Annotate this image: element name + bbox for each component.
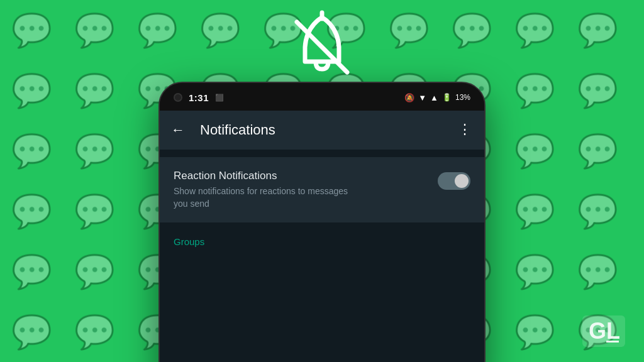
gl-l-letter: L	[606, 318, 619, 344]
camera-dot	[174, 93, 182, 102]
pattern-icon: 💬	[503, 302, 566, 362]
reaction-notifications-setting: Reaction Notifications Show notification…	[160, 157, 484, 222]
muted-bell-icon	[281, 6, 363, 90]
pattern-icon: 💬	[0, 121, 63, 181]
pattern-icon: 💬	[566, 241, 629, 302]
setting-text: Reaction Notifications Show notification…	[174, 170, 438, 210]
pattern-icon: 💬	[63, 121, 126, 181]
page-title: Notifications	[200, 122, 458, 138]
pattern-icon: 💬	[566, 60, 629, 121]
status-time: 1:31	[189, 92, 209, 103]
more-options-button[interactable]: ⋮	[458, 126, 473, 135]
cast-icon: ⬛	[215, 94, 224, 102]
status-left: 1:31 ⬛	[174, 92, 224, 103]
setting-title: Reaction Notifications	[174, 170, 438, 182]
toggle-knob	[455, 174, 469, 188]
setting-description: Show notifications for reactions to mess…	[174, 185, 362, 210]
pattern-icon: 💬	[0, 302, 63, 362]
groups-label: Groups	[174, 236, 204, 247]
pattern-icon: 💬	[440, 0, 503, 60]
gl-g-letter: G	[589, 318, 605, 344]
battery-icon: 🔋	[442, 93, 452, 102]
app-bar: ← Notifications ⋮	[160, 111, 484, 150]
battery-level: 13%	[455, 93, 470, 102]
pattern-icon: 💬	[566, 121, 629, 181]
pattern-icon: 💬	[63, 302, 126, 362]
reaction-notifications-toggle[interactable]	[438, 172, 470, 190]
pattern-icon: 💬	[0, 60, 63, 121]
phone-screen: 1:31 ⬛ 🔕 ▼ ▲ 🔋 13% ← Notifications ⋮	[160, 83, 484, 362]
pattern-icon: 💬	[566, 181, 629, 241]
pattern-icon: 💬	[0, 0, 63, 60]
status-right: 🔕 ▼ ▲ 🔋 13%	[404, 93, 470, 102]
phone-frame: 1:31 ⬛ 🔕 ▼ ▲ 🔋 13% ← Notifications ⋮	[158, 82, 486, 362]
wifi-icon: ▼	[418, 93, 426, 102]
pattern-icon: 💬	[126, 0, 189, 60]
pattern-icon: 💬	[503, 60, 566, 121]
gl-logo: G L	[582, 315, 625, 347]
pattern-icon: 💬	[503, 121, 566, 181]
content-area: Reaction Notifications Show notification…	[160, 150, 484, 362]
pattern-icon: 💬	[63, 241, 126, 302]
back-button[interactable]: ←	[171, 123, 185, 137]
pattern-icon: 💬	[503, 241, 566, 302]
pattern-icon: 💬	[0, 181, 63, 241]
pattern-icon: 💬	[63, 60, 126, 121]
pattern-icon: 💬	[63, 181, 126, 241]
pattern-icon: 💬	[503, 0, 566, 60]
pattern-icon: 💬	[0, 241, 63, 302]
mute-status-icon: 🔕	[404, 93, 414, 102]
pattern-icon: 💬	[63, 0, 126, 60]
pattern-icon: 💬	[503, 181, 566, 241]
pattern-icon: 💬	[566, 0, 629, 60]
groups-section: Groups	[160, 222, 484, 253]
pattern-icon: 💬	[189, 0, 252, 60]
pattern-icon: 💬	[377, 0, 440, 60]
signal-icon: ▲	[430, 93, 438, 102]
